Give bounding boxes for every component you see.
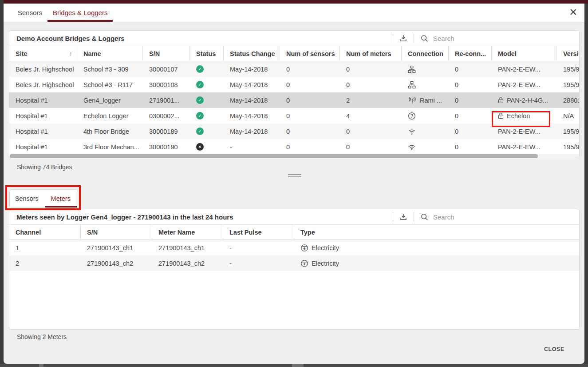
cell-num-sensors: 0 bbox=[280, 144, 340, 151]
cell-connection bbox=[402, 128, 449, 136]
table-row[interactable]: Boles Jr. Highschool School #3 - R117 30… bbox=[9, 77, 579, 92]
resize-drag-handle[interactable] bbox=[288, 174, 301, 179]
cell-sn: 30000108 bbox=[143, 81, 190, 88]
antenna-icon bbox=[408, 96, 417, 104]
padlock-icon bbox=[498, 97, 504, 104]
cell-name: School #3 - 309 bbox=[77, 66, 143, 73]
column-header-sn[interactable]: S/N bbox=[81, 225, 152, 239]
meters-count-text: Showing 2 Meters bbox=[17, 333, 67, 340]
meters-table-body: 1 271900143_ch1 271900143_ch1 - Electric… bbox=[9, 240, 579, 271]
cell-status-change: - bbox=[224, 144, 280, 151]
cell-num-meters: 0 bbox=[340, 66, 402, 73]
page-edge-divider bbox=[39, 364, 43, 367]
close-icon[interactable]: ✕ bbox=[569, 6, 577, 19]
cell-channel: 1 bbox=[9, 244, 81, 251]
cell-status: ✓✕ bbox=[190, 65, 224, 73]
cell-num-sensors: 0 bbox=[280, 112, 340, 120]
column-header-num-meters[interactable]: Num of meters bbox=[340, 46, 402, 61]
cell-reconn: 0 bbox=[449, 128, 492, 135]
column-header-num-sensors[interactable]: Num of sensors bbox=[280, 46, 340, 61]
tab-meters-label: Meters bbox=[51, 195, 71, 202]
cell-reconn: 0 bbox=[449, 81, 492, 88]
status-ok-icon: ✓ bbox=[196, 65, 204, 73]
tab-bridges-loggers[interactable]: Bridges & Loggers bbox=[47, 4, 113, 22]
cell-name: Gen4_logger bbox=[77, 97, 143, 104]
column-header-sn[interactable]: S/N bbox=[143, 46, 190, 61]
search-input[interactable] bbox=[433, 35, 553, 42]
table-row[interactable]: Hospital #1 Echelon Logger 0300002... ✓✕… bbox=[9, 108, 579, 124]
page-edge-divider bbox=[292, 364, 304, 367]
cell-num-sensors: 0 bbox=[280, 97, 340, 104]
cell-connection bbox=[402, 112, 449, 120]
column-header-model[interactable]: Model bbox=[492, 46, 557, 61]
download-button[interactable] bbox=[393, 212, 414, 221]
table-row[interactable]: Boles Jr. Highschool School #3 - 309 300… bbox=[9, 61, 579, 77]
table-row[interactable]: 1 271900143_ch1 271900143_ch1 - Electric… bbox=[9, 240, 579, 255]
wifi-icon bbox=[408, 143, 416, 151]
meters-panel-controls bbox=[393, 209, 579, 224]
cell-status-change: May-14-2018 bbox=[224, 81, 280, 88]
electric-meter-icon bbox=[300, 259, 308, 267]
cell-reconn: 0 bbox=[449, 112, 492, 120]
column-header-status-change[interactable]: Status Change bbox=[224, 46, 280, 61]
column-header-reconn[interactable]: Re-conn... bbox=[449, 46, 492, 61]
cell-connection bbox=[402, 81, 449, 89]
cell-connection: Rami ... bbox=[402, 96, 449, 104]
column-header-status[interactable]: Status bbox=[190, 46, 224, 61]
cell-sn: 2719001... bbox=[143, 97, 190, 104]
search-icon bbox=[420, 213, 429, 221]
cell-version: 28801 bbox=[557, 97, 579, 104]
tab-meters[interactable]: Meters bbox=[44, 190, 78, 207]
cell-reconn: 0 bbox=[449, 97, 492, 104]
cell-status-change: May-14-2018 bbox=[224, 128, 280, 135]
tab-sensors-lower[interactable]: Sensors bbox=[10, 190, 44, 207]
lower-tab-bar: Sensors Meters bbox=[9, 189, 78, 207]
download-button[interactable] bbox=[393, 34, 414, 43]
status-ok-icon: ✓ bbox=[196, 128, 204, 135]
column-header-connection[interactable]: Connection bbox=[402, 46, 449, 61]
cell-name: Echelon Logger bbox=[77, 112, 143, 120]
cell-name: 3rd Floor Mechan... bbox=[77, 144, 143, 151]
tab-sensors[interactable]: Sensors bbox=[12, 4, 47, 22]
cell-model: PAN-2-E-EW... bbox=[492, 144, 557, 151]
column-header-name[interactable]: Name bbox=[77, 46, 143, 61]
meters-panel-title: Meters seen by Logger Gen4_logger - 2719… bbox=[9, 213, 393, 221]
close-button[interactable]: CLOSE bbox=[544, 346, 564, 352]
top-tab-bar: Sensors Bridges & Loggers ✕ bbox=[4, 4, 584, 22]
cell-num-meters: 0 bbox=[340, 128, 402, 135]
table-row[interactable]: Hospital #1 3rd Floor Mechan... 30000190… bbox=[9, 139, 579, 155]
cell-model: Echelon bbox=[492, 112, 557, 120]
horizontal-scrollbar[interactable] bbox=[10, 154, 579, 158]
wifi-icon bbox=[408, 128, 416, 136]
scrollbar-thumb[interactable] bbox=[10, 154, 538, 158]
column-header-channel[interactable]: Channel bbox=[9, 225, 81, 239]
cell-status: ✓✕ bbox=[190, 128, 224, 135]
cell-connection bbox=[402, 143, 449, 151]
table-row[interactable]: Hospital #1 4th Floor Bridge 30000189 ✓✕… bbox=[9, 124, 579, 139]
cell-site: Hospital #1 bbox=[9, 128, 77, 135]
cell-model: PAN-2-H-4G... bbox=[492, 97, 557, 104]
table-row[interactable]: Hospital #1 Gen4_logger 2719001... ✓✕ Ma… bbox=[9, 92, 579, 108]
search-input[interactable] bbox=[433, 213, 553, 221]
cell-last-pulse: - bbox=[223, 244, 294, 251]
cell-model: PAN-2-E-EW... bbox=[492, 128, 557, 135]
cell-site: Boles Jr. Highschool bbox=[9, 81, 77, 88]
network-icon bbox=[408, 81, 416, 89]
column-header-type[interactable]: Type bbox=[294, 225, 579, 239]
cell-connection-text: Rami ... bbox=[420, 97, 442, 104]
meters-search bbox=[414, 213, 579, 221]
table-row[interactable]: 2 271900143_ch2 271900143_ch2 - Electric… bbox=[9, 255, 579, 271]
column-header-meter-name[interactable]: Meter Name bbox=[152, 225, 223, 239]
cell-num-meters: 2 bbox=[340, 97, 402, 104]
cell-num-meters: 0 bbox=[340, 144, 402, 151]
status-ok-icon: ✓ bbox=[196, 96, 204, 104]
cell-status: ✓✕ bbox=[190, 81, 224, 88]
cell-version: 195/9 bbox=[557, 128, 579, 135]
column-header-last-pulse[interactable]: Last Pulse bbox=[223, 225, 294, 239]
cell-sn: 30000190 bbox=[143, 144, 190, 151]
bridges-panel-header: Demo Account Bridges & Loggers bbox=[9, 31, 579, 46]
bridges-table-body: Boles Jr. Highschool School #3 - 309 300… bbox=[9, 61, 579, 155]
column-header-version[interactable]: Version bbox=[557, 46, 579, 61]
tab-sensors-lower-label: Sensors bbox=[15, 195, 39, 202]
column-header-site[interactable]: Site↑ bbox=[9, 46, 77, 61]
